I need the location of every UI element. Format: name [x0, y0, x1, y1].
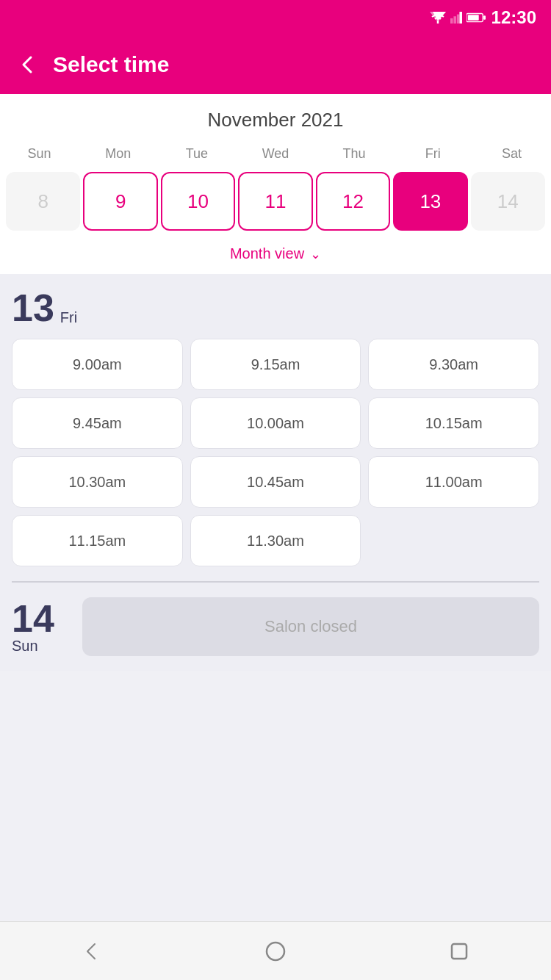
salon-closed-label: Salon closed [264, 617, 357, 636]
salon-closed-banner: Salon closed [82, 597, 539, 656]
month-view-toggle[interactable]: Month view ⌄ [0, 239, 551, 274]
month-view-label: Month view [230, 245, 304, 262]
day-header-13: 13 Fri [12, 289, 539, 327]
svg-rect-3 [453, 16, 456, 24]
time-slot-1000am[interactable]: 10.00am [190, 397, 361, 449]
header: Select time [0, 35, 551, 94]
weekday-mon: Mon [79, 143, 157, 165]
day-cell-8: 8 [6, 172, 80, 231]
svg-rect-10 [452, 944, 467, 959]
bottom-nav [0, 921, 551, 980]
nav-recent-button[interactable] [444, 937, 474, 966]
nav-home-icon [264, 940, 287, 963]
svg-rect-7 [483, 15, 486, 20]
closed-day-info-14: 14 Sun [12, 599, 71, 655]
time-slot-1115am[interactable]: 11.15am [12, 515, 183, 566]
header-title: Select time [53, 52, 169, 77]
svg-rect-8 [467, 15, 478, 20]
time-slot-900am[interactable]: 9.00am [12, 339, 183, 390]
time-slot-1015am[interactable]: 10.15am [368, 397, 539, 449]
nav-home-button[interactable] [261, 937, 290, 966]
svg-rect-5 [459, 12, 462, 24]
time-slot-915am[interactable]: 9.15am [190, 339, 361, 390]
time-slot-1030am[interactable]: 10.30am [12, 456, 183, 508]
main-content: 12:30 Select time November 2021 Sun Mon … [0, 0, 551, 729]
days-row: 891011121314 [0, 172, 551, 239]
status-time: 12:30 [491, 7, 536, 28]
month-year-label: November 2021 [0, 109, 551, 131]
day-cell-9[interactable]: 9 [83, 172, 157, 231]
week-days-row: Sun Mon Tue Wed Thu Fri Sat [0, 143, 551, 165]
day-cell-10[interactable]: 10 [161, 172, 235, 231]
day-cell-13[interactable]: 13 [393, 172, 467, 231]
calendar-section: November 2021 Sun Mon Tue Wed Thu Fri Sa… [0, 94, 551, 274]
svg-point-9 [267, 943, 284, 960]
nav-recent-icon [447, 940, 471, 963]
nav-back-button[interactable] [77, 937, 107, 966]
day-number-14: 14 [12, 599, 65, 638]
day-name-14: Sun [12, 638, 71, 655]
time-slot-945am[interactable]: 9.45am [12, 397, 183, 449]
time-slot-1100am[interactable]: 11.00am [368, 456, 539, 508]
time-slot-930am[interactable]: 9.30am [368, 339, 539, 390]
weekday-thu: Thu [315, 143, 394, 165]
svg-rect-4 [456, 15, 459, 24]
section-divider [12, 581, 539, 583]
svg-rect-2 [450, 18, 453, 24]
nav-back-icon [80, 940, 104, 963]
signal-icon [450, 12, 462, 24]
back-icon [18, 54, 38, 75]
day-cell-12[interactable]: 12 [316, 172, 390, 231]
status-bar: 12:30 [0, 0, 551, 35]
weekday-tue: Tue [157, 143, 236, 165]
day-number-13: 13 [12, 289, 54, 327]
closed-day-row-14: 14 Sun Salon closed [12, 597, 539, 656]
back-button[interactable] [18, 54, 38, 75]
time-grid-13: 9.00am9.15am9.30am9.45am10.00am10.15am10… [12, 339, 539, 566]
day-cell-14: 14 [471, 172, 545, 231]
weekday-fri: Fri [394, 143, 472, 165]
weekday-wed: Wed [236, 143, 314, 165]
chevron-down-icon: ⌄ [310, 246, 321, 262]
time-section-13: 13 Fri 9.00am9.15am9.30am9.45am10.00am10… [0, 274, 551, 671]
day-name-13: Fri [60, 309, 77, 326]
time-slot-1045am[interactable]: 10.45am [190, 456, 361, 508]
time-slot-1130am[interactable]: 11.30am [190, 515, 361, 566]
battery-icon [467, 12, 486, 23]
status-icons [430, 12, 486, 24]
weekday-sat: Sat [472, 143, 551, 165]
weekday-sun: Sun [0, 143, 79, 165]
day-cell-11[interactable]: 11 [238, 172, 312, 231]
wifi-icon [430, 12, 446, 24]
